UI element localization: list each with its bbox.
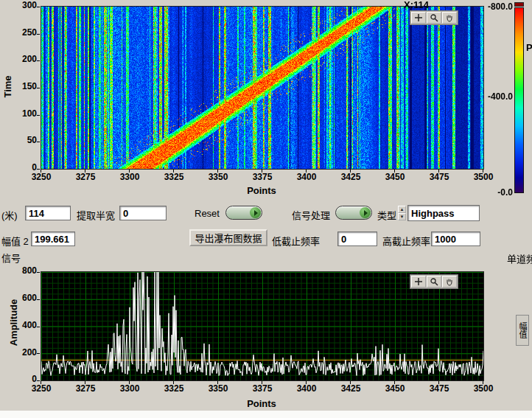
wf-ytick: 100 [12, 109, 37, 119]
sig-xtick: 3450 [379, 384, 411, 394]
colorbar-clipped-label: P [526, 43, 532, 52]
sig-xtick: 3250 [25, 384, 57, 394]
wf-xtick: 3475 [423, 173, 455, 182]
sig-xtick: 3475 [423, 384, 455, 394]
sig-y-axis-ticks [37, 272, 40, 381]
front-panel: { "waterfall": { "cursor_readout": "X:11… [0, 0, 532, 418]
amplitude2-value[interactable]: 199.661 [31, 231, 75, 246]
wf-ytick: 200 [12, 55, 37, 64]
sig-xtick: 3300 [113, 384, 146, 394]
magnifier-icon [430, 277, 438, 286]
wf-xtick: 3350 [202, 173, 234, 182]
sig-xtick: 3500 [467, 384, 500, 394]
wf-ytick: 150 [12, 82, 37, 91]
sig-ytick: 400 [12, 321, 37, 330]
crosshair-icon [414, 277, 423, 286]
sig-xtick: 3375 [246, 384, 279, 394]
filter-type-dropdown[interactable]: Highpass [407, 205, 480, 221]
wf-xtick: 3450 [379, 173, 411, 182]
waterfall-graph-palette [410, 10, 458, 25]
pan-tool-button[interactable] [442, 12, 457, 24]
signal-section-label: 信号 [1, 251, 21, 265]
hand-icon [445, 13, 454, 22]
colorbar-tick-bottom: -0.0 [476, 187, 513, 198]
clipped-right-label: 单道频 [507, 251, 532, 265]
sig-xtick: 3350 [202, 384, 234, 394]
sig-ytick: 200 [12, 348, 37, 358]
ring-increment-button[interactable]: ▲ [398, 206, 406, 213]
sig-xtick: 3275 [69, 384, 102, 394]
sig-ytick: 800 [12, 266, 37, 276]
low-cutoff-input[interactable]: 0 [337, 231, 377, 246]
waterfall-cursor-readout: X:114 [404, 0, 455, 10]
wf-ytick: 250 [12, 28, 37, 38]
clipped-side-control: 幅值 [516, 315, 529, 346]
signal-processing-toggle[interactable] [335, 206, 372, 220]
sig-xtick: 3425 [335, 384, 367, 394]
type-label: 类型 [377, 208, 396, 222]
amplitude2-label: 幅值 2 [1, 234, 29, 248]
wf-y-axis-ticks [37, 7, 40, 170]
wf-xtick: 3400 [290, 173, 323, 182]
ring-decrement-button[interactable]: ▼ [398, 213, 406, 220]
wf-xtick: 3425 [335, 173, 367, 182]
position-label: (米) [1, 208, 18, 222]
hand-icon [445, 277, 454, 286]
crosshair-icon [414, 13, 423, 22]
half-width-input[interactable]: 0 [119, 206, 167, 220]
zoom-tool-button[interactable] [427, 276, 441, 288]
waterfall-plot-frame [41, 6, 484, 170]
cursor-tool-button[interactable] [411, 12, 426, 24]
cursor-tool-button[interactable] [411, 276, 426, 288]
wf-ytick: 50 [12, 136, 37, 145]
low-cutoff-label: 低截止频率 [272, 234, 320, 248]
reset-button[interactable] [225, 206, 262, 220]
colorbar-tick-mid: -400.0 [476, 91, 513, 102]
colorbar [514, 7, 524, 193]
wf-xtick: 3325 [158, 173, 190, 182]
signal-x-axis-label: Points [188, 398, 335, 409]
pan-tool-button[interactable] [442, 276, 457, 288]
reset-led [250, 207, 261, 218]
run-arrow-icon [364, 210, 368, 216]
wf-xtick: 3250 [25, 173, 57, 182]
zoom-tool-button[interactable] [427, 12, 441, 24]
colorbar-tick-top: -800.0 [476, 1, 513, 12]
colorbar-overrange-block [514, 2, 524, 7]
waterfall-intensity-plot[interactable] [41, 7, 483, 169]
bottom-strip [0, 411, 532, 418]
signal-processing-led [360, 207, 371, 218]
sig-xtick: 3325 [158, 384, 190, 394]
waterfall-x-axis-label: Points [188, 185, 335, 196]
signal-graph-palette [410, 274, 458, 289]
half-width-label: 提取半宽 [77, 208, 115, 222]
high-cutoff-label: 高截止频率 [382, 234, 430, 248]
sig-ytick: 600 [12, 293, 37, 303]
wf-xtick: 3300 [113, 173, 146, 182]
reset-label: Reset [195, 208, 220, 219]
wf-xtick: 3375 [246, 173, 279, 182]
export-waterfall-button[interactable]: 导出瀑布图数据 [189, 229, 267, 246]
position-input[interactable]: 114 [25, 206, 71, 220]
sig-xtick: 3400 [290, 384, 323, 394]
run-arrow-icon [254, 210, 258, 216]
wf-xtick: 3500 [467, 173, 500, 182]
magnifier-icon [430, 13, 438, 22]
wf-ytick: 300 [12, 1, 37, 10]
type-ring-spinner: ▲ ▼ [398, 206, 406, 220]
signal-processing-label: 信号处理 [292, 208, 330, 222]
high-cutoff-input[interactable]: 1000 [431, 231, 480, 246]
wf-xtick: 3275 [69, 173, 102, 182]
